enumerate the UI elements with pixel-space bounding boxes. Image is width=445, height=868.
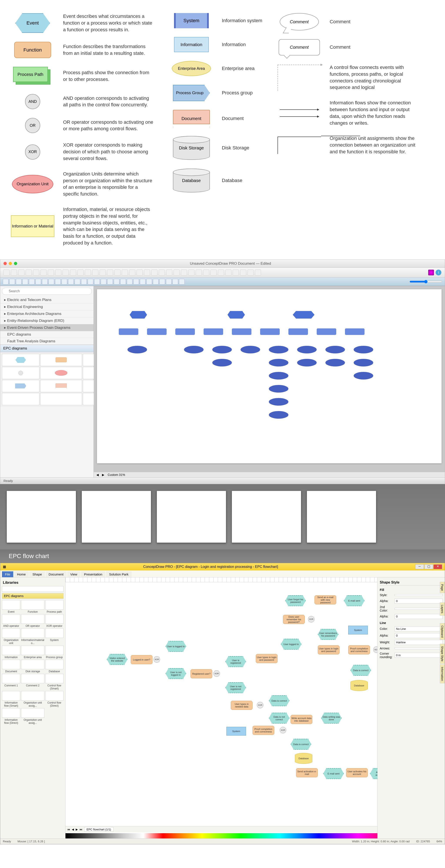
library-shape[interactable]: Organisiton unit assig... [21,691,44,707]
epc-func-node[interactable]: Write account data into database [291,715,312,724]
library-shape[interactable]: Comment 1 [2,674,20,690]
flow-node[interactable] [297,346,317,353]
epc-event-node[interactable]: User logged in [281,639,301,650]
epc-event-node[interactable]: Data is correct [269,695,289,706]
tool-button[interactable] [62,279,67,284]
toolbar-button[interactable] [11,270,17,276]
side-tab[interactable]: Information [440,664,445,683]
tool-button[interactable] [3,279,8,284]
tool-button[interactable] [172,279,178,284]
ribbon-tab[interactable]: File [2,571,13,577]
epc-event-node[interactable]: Data writing was done [321,713,342,723]
zoom-slider[interactable] [410,279,442,284]
flow-node[interactable] [297,359,317,367]
gallery-thumbnail[interactable] [82,491,151,543]
library-shape[interactable]: System [45,628,64,645]
drawing-area[interactable]: Visitor entered the websiteLogged-in use… [65,582,377,822]
side-tab[interactable]: Clipboard [440,623,445,640]
side-tab[interactable]: Page [440,582,445,593]
library-shape[interactable]: Control flow (Smart) [45,674,64,690]
nav-last-icon[interactable]: ⏭ [80,828,83,831]
library-shape[interactable]: Comment 2 [21,674,44,690]
flow-node[interactable] [354,372,373,379]
epc-event-node[interactable]: Data is not correct [269,713,289,723]
gallery-thumbnail[interactable] [157,491,226,543]
tree-item[interactable]: EPC diagrams [0,331,94,338]
tool-button[interactable] [127,279,132,284]
close-button[interactable] [3,262,7,265]
tool-button[interactable] [9,279,15,284]
library-shape[interactable]: Database [45,660,64,673]
epc-func-node[interactable]: User types in login and password [318,645,340,654]
tool-button[interactable] [81,279,87,284]
epc-func-node[interactable]: Does user remember his password? [283,615,305,624]
tool-button[interactable] [107,279,113,284]
close-button[interactable]: ✕ [434,564,442,569]
tree-item[interactable]: ▸ Entity-Relationship Diagram (ERD) [0,317,94,324]
library-shape[interactable]: Organisiton unit assig... [21,708,44,724]
search-input[interactable] [2,288,92,295]
tool-button[interactable] [166,279,171,284]
toolbar-button[interactable] [122,270,128,276]
tool-button[interactable] [94,279,100,284]
library-shape[interactable]: Information flow (Direct) [2,708,20,724]
toolbar-button[interactable] [136,270,143,276]
flow-node[interactable] [354,346,373,353]
tool-button[interactable] [88,279,93,284]
epc-event-node[interactable]: E-mail sent [344,595,364,606]
toolbar-button[interactable] [225,270,231,276]
property-field[interactable]: 0 [394,633,443,638]
ribbon-tab[interactable]: Presentation [81,571,105,577]
toolbar-button[interactable] [181,270,187,276]
flow-node[interactable] [175,329,195,335]
toolbar-button[interactable] [196,270,202,276]
page-tab[interactable]: EPC flowchart (1/1) [84,827,114,832]
epc-func-node[interactable]: User types in login and password [256,654,278,663]
ribbon-tab[interactable]: Solution Park [106,571,131,577]
tool-button[interactable] [49,279,54,284]
toolbar-button[interactable] [203,270,209,276]
library-shape[interactable]: Disk storage [21,660,44,673]
flow-node[interactable] [269,346,288,353]
flow-node[interactable] [241,346,260,353]
tool-button[interactable] [35,279,41,284]
library-shape[interactable]: OR operator [21,614,44,627]
tool-button[interactable] [133,279,139,284]
epc-event-node[interactable]: Data is correct [291,739,311,750]
toolbar-button[interactable] [70,270,76,276]
flow-node[interactable] [212,346,232,353]
palette-shape[interactable] [2,354,39,366]
toolbar-button[interactable] [159,270,165,276]
flow-node[interactable] [269,398,288,406]
tree-item[interactable]: ▸ Enterprise Architecture Diagrams [0,310,94,317]
epc-event-node[interactable]: User is not registered [225,682,246,693]
tool-button[interactable] [114,279,119,284]
flow-node[interactable] [325,359,345,367]
epc-func-node[interactable]: User types in needed data [231,701,253,710]
info-icon[interactable]: i [436,270,442,276]
library-shape[interactable]: Information/material o... [21,628,44,645]
epc-event-node[interactable]: E-mail sent [323,768,344,779]
toolbar-button[interactable] [100,270,106,276]
epc-xor-node[interactable]: XOR [308,616,315,622]
tool-button[interactable] [101,279,106,284]
zoom-button[interactable] [14,262,17,265]
epc-sys-node[interactable]: System [348,626,368,634]
flow-node[interactable] [317,329,336,335]
canvas[interactable]: Visitor entered the websiteLogged-in use… [65,578,377,838]
tool-button[interactable] [140,279,146,284]
library-shape[interactable]: Process group [45,646,64,659]
flow-node[interactable] [130,311,147,319]
toolbar-button[interactable] [63,270,69,276]
flow-node[interactable] [269,411,288,418]
toolbar-button[interactable] [18,270,24,276]
flow-node[interactable] [227,311,245,319]
flow-node[interactable] [325,346,345,353]
flow-node[interactable] [232,329,251,335]
flow-node[interactable] [127,346,147,353]
property-field[interactable]: Hairline [394,640,443,645]
page-nav-icon[interactable]: ◀ [96,473,99,476]
epc-func-node[interactable]: Logged-in user? [131,655,153,664]
toolbar-button[interactable] [48,270,54,276]
side-tab[interactable]: Shape Style [440,644,445,664]
